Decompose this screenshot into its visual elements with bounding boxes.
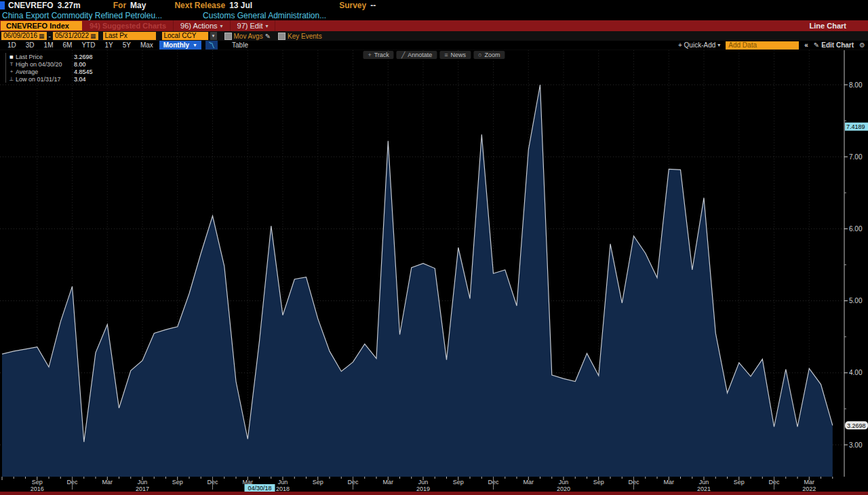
edit-chart-label: Edit Chart (821, 41, 854, 49)
actions-label: 96) Actions (180, 22, 217, 30)
legend-row: ⊥Low on 01/31/173.04 (7, 75, 93, 83)
table-button[interactable]: Table (227, 41, 253, 49)
news-button[interactable]: ≡News (439, 51, 471, 59)
track-button[interactable]: +Track (363, 51, 393, 59)
key-events-checkbox[interactable] (278, 33, 285, 40)
period-toolbar: 1D3D1M6MYTD1Y5YMax Monthly ▼ 〽 Table + Q… (0, 41, 868, 50)
collapse-icon[interactable]: « (804, 41, 808, 49)
period-3d[interactable]: 3D (21, 41, 39, 49)
chart-area[interactable]: 3.004.005.006.007.008.00Sep2016DecMarJun… (0, 50, 868, 492)
period-ytd[interactable]: YTD (77, 41, 100, 49)
edit-menu[interactable]: 97) Edit ▾ (231, 20, 276, 31)
svg-text:7.4189: 7.4189 (846, 123, 865, 130)
gear-icon[interactable]: ⚙ (859, 41, 865, 49)
frequency-value: Monthly (163, 41, 189, 49)
chevron-down-icon: ▾ (220, 23, 223, 29)
mov-avgs-label: Mov Avgs (234, 33, 263, 40)
legend-row: +Average4.8545 (7, 68, 93, 75)
zoom-icon: ○ (478, 52, 481, 58)
legend-label: High on 04/30/20 (16, 61, 74, 68)
currency-select[interactable]: Local CCY (162, 32, 208, 40)
svg-text:04/30/18: 04/30/18 (248, 485, 271, 492)
chevron-down-icon: ▼ (193, 43, 197, 47)
last-value: 3.27m (58, 1, 81, 10)
range-separator: - (49, 33, 51, 40)
svg-text:Jun: Jun (278, 479, 288, 486)
svg-text:2016: 2016 (31, 486, 44, 492)
quick-add-button[interactable]: + Quick-Add ▾ (678, 41, 720, 49)
pencil-icon[interactable]: ✎ (265, 33, 271, 40)
svg-text:Jun: Jun (699, 479, 709, 486)
quick-add-label: + Quick-Add (678, 41, 715, 49)
legend-label: Low on 01/31/17 (16, 76, 74, 83)
period-max[interactable]: Max (136, 41, 158, 49)
date-from-value: 06/09/2016 (3, 32, 37, 40)
date-from-field[interactable]: 06/09/2016 ▦ (1, 32, 47, 40)
actions-menu[interactable]: 96) Actions ▾ (174, 20, 230, 31)
mov-avgs-toggle[interactable]: Mov Avgs ✎ (224, 33, 271, 40)
legend-marker-icon: ⊥ (7, 76, 16, 82)
period-5y[interactable]: 5Y (118, 41, 136, 49)
toolbar-right-cluster: + Quick-Add ▾ Add Data « ✎ Edit Chart ⚙ (678, 41, 868, 50)
frequency-select[interactable]: Monthly ▼ (159, 41, 201, 50)
survey-label: Survey (339, 1, 366, 10)
legend-row: ◼Last Price3.2698 (7, 53, 93, 60)
data-source: Customs General Administration... (203, 11, 326, 20)
legend-value: 8.00 (74, 61, 86, 68)
mov-avgs-checkbox[interactable] (224, 33, 232, 40)
period-6m[interactable]: 6M (58, 41, 77, 49)
pencil-icon: ✎ (814, 41, 819, 49)
calendar-icon[interactable]: ▦ (39, 32, 45, 40)
range-toolbar: 06/09/2016 ▦ - 05/31/2022 ▦ Last Px Loca… (0, 31, 868, 41)
key-events-label: Key Events (288, 33, 322, 40)
legend-value: 4.8545 (74, 68, 93, 75)
track-icon: + (368, 52, 371, 58)
svg-text:2019: 2019 (416, 486, 430, 492)
annotate-button[interactable]: ╱Annotate (397, 51, 437, 59)
edit-label: 97) Edit (237, 22, 263, 30)
next-release-label: Next Release (174, 1, 225, 10)
edit-chart-button[interactable]: ✎ Edit Chart (814, 41, 854, 49)
chevron-down-icon: ▾ (265, 23, 268, 29)
key-events-toggle[interactable]: Key Events (278, 33, 322, 40)
ticker-input[interactable]: CNEVREFO Index (1, 21, 82, 31)
period-1y[interactable]: 1Y (100, 41, 117, 49)
news-icon: ≡ (444, 52, 448, 58)
svg-text:Sep: Sep (593, 479, 604, 486)
currency-dropdown-icon[interactable]: ▾ (210, 32, 217, 40)
period-1m[interactable]: 1M (39, 41, 58, 49)
survey-value: -- (370, 1, 376, 10)
ticker-symbol: CNEVREFO (8, 1, 54, 10)
bottom-strip (0, 492, 868, 495)
svg-text:Sep: Sep (172, 479, 183, 486)
menu-bar: CNEVREFO Index 94) Suggested Charts 96) … (0, 20, 868, 31)
date-to-field[interactable]: 05/31/2022 ▦ (53, 32, 98, 40)
price-field-select[interactable]: Last Px (103, 32, 156, 40)
title-bar: CNEVREFO 3.27m For May Next Release 13 J… (0, 0, 868, 10)
svg-text:Sep: Sep (453, 479, 464, 486)
annotate-icon: ╱ (401, 52, 405, 58)
zoom-button[interactable]: ○Zoom (473, 51, 505, 59)
period-1d[interactable]: 1D (3, 41, 21, 49)
add-data-input[interactable]: Add Data (726, 41, 799, 50)
svg-text:Mar: Mar (102, 479, 113, 486)
legend-marker-icon: + (7, 68, 16, 75)
svg-text:Jun: Jun (559, 479, 569, 486)
svg-text:2020: 2020 (557, 486, 570, 492)
for-label: For (113, 1, 126, 10)
chart-type-title: Line Chart (810, 22, 868, 30)
svg-text:7.00: 7.00 (849, 153, 863, 161)
calendar-icon[interactable]: ▦ (90, 32, 96, 40)
svg-text:2018: 2018 (276, 486, 290, 492)
description-bar: China Export Commodity Refined Petroleu.… (0, 10, 868, 20)
svg-text:6.00: 6.00 (849, 225, 863, 233)
chart-legend: ◼Last Price3.2698THigh on 04/30/208.00+A… (5, 53, 93, 83)
suggested-charts-menu[interactable]: 94) Suggested Charts (83, 20, 174, 31)
for-value: May (130, 1, 146, 10)
price-chart[interactable]: 3.004.005.006.007.008.00Sep2016DecMarJun… (0, 50, 868, 492)
app-icon (0, 1, 5, 9)
chart-tool-buttons: +Track╱Annotate≡News○Zoom (363, 51, 505, 59)
chart-style-icon[interactable]: 〽 (205, 41, 218, 50)
svg-text:3.2698: 3.2698 (847, 422, 866, 429)
svg-text:5.00: 5.00 (849, 297, 863, 304)
